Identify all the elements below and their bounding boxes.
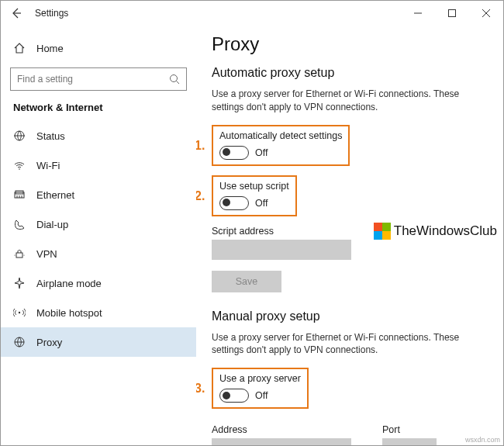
annotation-3: 3. xyxy=(196,382,205,396)
close-button[interactable] xyxy=(469,1,503,26)
dialup-icon xyxy=(13,218,26,230)
sidebar-nav: Status Wi-Fi Ethernet Dial-up VPN Airpla… xyxy=(1,121,196,357)
script-address-input[interactable] xyxy=(212,240,351,260)
search-input[interactable] xyxy=(17,74,169,85)
nav-label: Airplane mode xyxy=(36,278,102,289)
svg-point-4 xyxy=(171,75,178,82)
svg-point-17 xyxy=(19,312,20,313)
window-title: Settings xyxy=(35,8,68,19)
svg-rect-14 xyxy=(16,253,22,258)
page-title: Proxy xyxy=(212,33,488,55)
main-panel: Proxy Automatic proxy setup Use a proxy … xyxy=(196,26,503,445)
use-proxy-state: Off xyxy=(255,390,268,401)
sidebar: Home Network & Internet Status Wi-Fi Eth… xyxy=(1,26,196,445)
svg-point-8 xyxy=(19,168,20,170)
auto-detect-label: Automatically detect settings xyxy=(219,130,342,141)
highlight-3: Use a proxy server Off xyxy=(212,368,309,409)
sidebar-item-home[interactable]: Home xyxy=(1,33,196,63)
sidebar-item-status[interactable]: Status xyxy=(1,121,196,150)
manual-heading: Manual proxy setup xyxy=(212,309,488,323)
wifi-icon xyxy=(13,159,26,171)
port-input[interactable] xyxy=(382,438,437,445)
auto-detect-toggle[interactable] xyxy=(219,146,249,160)
nav-label: Proxy xyxy=(36,337,62,348)
sidebar-item-proxy[interactable]: Proxy xyxy=(1,327,196,357)
nav-label: Mobile hotspot xyxy=(36,307,102,319)
attribution: wsxdn.com xyxy=(465,436,500,444)
nav-label: Ethernet xyxy=(36,189,74,201)
sidebar-item-wifi[interactable]: Wi-Fi xyxy=(1,150,196,180)
watermark-text: TheWindowsClub xyxy=(394,223,497,239)
address-input[interactable] xyxy=(212,438,351,445)
sidebar-item-ethernet[interactable]: Ethernet xyxy=(1,180,196,209)
auto-heading: Automatic proxy setup xyxy=(212,66,488,80)
highlight-2: Use setup script Off xyxy=(212,175,297,216)
sidebar-item-dialup[interactable]: Dial-up xyxy=(1,209,196,239)
nav-label: Status xyxy=(36,130,65,142)
nav-label: Wi-Fi xyxy=(36,160,60,171)
highlight-1: Automatically detect settings Off xyxy=(212,125,350,166)
svg-point-16 xyxy=(23,254,24,255)
titlebar: Settings xyxy=(1,1,503,26)
auto-desc: Use a proxy server for Ethernet or Wi-Fi… xyxy=(212,88,488,114)
use-proxy-toggle[interactable] xyxy=(219,389,249,403)
watermark: TheWindowsClub xyxy=(374,223,497,240)
arrow-left-icon xyxy=(10,7,22,19)
annotation-2: 2. xyxy=(196,189,205,203)
svg-rect-1 xyxy=(449,10,456,17)
use-script-label: Use setup script xyxy=(219,181,289,192)
sidebar-section-header: Network & Internet xyxy=(1,102,196,121)
nav-label: Dial-up xyxy=(36,219,68,230)
home-label: Home xyxy=(36,43,64,54)
use-proxy-label: Use a proxy server xyxy=(219,373,301,384)
manual-desc: Use a proxy server for Ethernet or Wi-Fi… xyxy=(212,331,488,358)
airplane-icon xyxy=(13,277,26,289)
svg-point-15 xyxy=(14,254,15,255)
windows-logo-icon xyxy=(374,223,391,240)
status-icon xyxy=(13,130,26,142)
sidebar-item-hotspot[interactable]: Mobile hotspot xyxy=(1,298,196,327)
ethernet-icon xyxy=(13,188,26,201)
address-label: Address xyxy=(212,424,351,435)
svg-line-5 xyxy=(177,81,180,85)
sidebar-item-vpn[interactable]: VPN xyxy=(1,239,196,268)
save-button[interactable]: Save xyxy=(212,271,281,292)
auto-detect-state: Off xyxy=(255,147,268,158)
home-icon xyxy=(13,42,26,54)
window-controls xyxy=(401,1,503,26)
minimize-button[interactable] xyxy=(401,1,435,26)
search-icon xyxy=(169,74,180,85)
annotation-1: 1. xyxy=(196,139,205,153)
use-script-toggle[interactable] xyxy=(219,196,249,210)
sidebar-item-airplane[interactable]: Airplane mode xyxy=(1,268,196,298)
search-box[interactable] xyxy=(10,67,187,91)
use-script-state: Off xyxy=(255,198,268,209)
nav-label: VPN xyxy=(36,248,57,260)
hotspot-icon xyxy=(13,306,26,319)
proxy-icon xyxy=(13,336,26,348)
port-label: Port xyxy=(382,424,437,435)
back-button[interactable] xyxy=(7,4,26,22)
vpn-icon xyxy=(13,247,26,260)
maximize-button[interactable] xyxy=(435,1,469,26)
